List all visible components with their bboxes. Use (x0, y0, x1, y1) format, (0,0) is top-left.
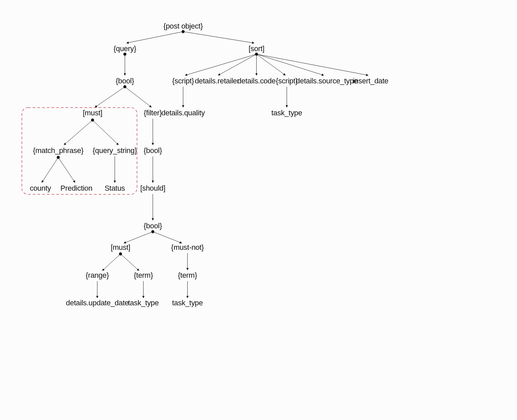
node-term-1: {term} (134, 271, 153, 279)
svg-point-1 (182, 30, 185, 33)
svg-text:details.retailer: details.retailer (195, 77, 239, 85)
node-filter: {filter} (144, 109, 162, 117)
svg-text:insert_date: insert_date (353, 77, 388, 85)
node-prediction: Prediction (61, 184, 93, 192)
node-bool-1: {bool} (116, 77, 134, 88)
edge (58, 157, 75, 183)
edge (64, 120, 93, 145)
node-task-type-c: task_type (271, 109, 302, 117)
svg-text:{query_string}: {query_string} (93, 146, 137, 155)
edge (120, 254, 139, 271)
node-update-date: details.update_date (66, 299, 129, 307)
svg-text:{query}: {query} (113, 44, 136, 53)
node-task-type-a: task_type (128, 299, 159, 307)
edge (256, 54, 324, 75)
edge (125, 87, 151, 107)
edge (93, 120, 118, 145)
node-retailer: details.retailer (195, 77, 239, 85)
svg-text:{term}: {term} (178, 271, 197, 279)
svg-text:{bool}: {bool} (144, 222, 162, 230)
edge (127, 32, 183, 43)
edge (183, 32, 254, 43)
edge (42, 157, 58, 183)
svg-text:{bool}: {bool} (144, 146, 162, 155)
svg-text:{bool}: {bool} (116, 77, 134, 85)
svg-text:task_type: task_type (128, 299, 159, 307)
svg-text:{range}: {range} (86, 271, 109, 279)
svg-point-12 (57, 156, 60, 159)
node-sort: [sort] (248, 44, 264, 56)
edge (124, 232, 153, 243)
edge (256, 54, 368, 75)
node-quality: details.quality (162, 109, 205, 117)
svg-text:{must-not}: {must-not} (171, 243, 204, 252)
node-county: county (30, 184, 51, 192)
svg-text:Status: Status (105, 184, 125, 192)
node-bool-3: {bool} (144, 222, 162, 233)
svg-text:{match_phrase}: {match_phrase} (33, 146, 83, 155)
node-insert-date: insert_date (353, 77, 388, 85)
edge (185, 54, 256, 75)
node-bool-2: {bool} (144, 146, 162, 155)
node-should: [should] (140, 184, 166, 192)
svg-point-5 (255, 53, 258, 56)
svg-point-22 (119, 253, 122, 256)
edge (218, 54, 256, 75)
svg-text:Prediction: Prediction (61, 184, 93, 192)
svg-point-20 (151, 230, 154, 233)
node-code: details.code (237, 77, 276, 85)
edge (256, 54, 285, 75)
svg-text:[must]: [must] (83, 109, 102, 117)
node-task-type-b: task_type (172, 299, 203, 307)
node-status: Status (105, 184, 125, 192)
node-must-not: {must-not} (171, 243, 204, 252)
node-must-1: [must] (83, 109, 102, 122)
node-range: {range} (86, 271, 109, 279)
svg-text:[should]: [should] (140, 184, 166, 192)
node-query: {query} (113, 44, 136, 56)
edge (102, 254, 120, 271)
node-match-phrase: {match_phrase} (33, 146, 83, 159)
svg-text:{term}: {term} (134, 271, 153, 279)
svg-text:task_type: task_type (271, 109, 302, 117)
svg-text:details.code: details.code (237, 77, 276, 85)
svg-text:{script}: {script} (276, 77, 298, 85)
edge (95, 87, 125, 107)
node-script-2: {script} (276, 77, 298, 85)
svg-point-7 (124, 85, 127, 88)
svg-text:{filter}: {filter} (144, 109, 162, 117)
node-must-2: [must] (111, 243, 130, 256)
svg-text:details.source_type: details.source_type (296, 77, 358, 85)
node-post-object: {post object} (163, 22, 203, 33)
svg-text:[sort]: [sort] (248, 44, 264, 53)
node-source-type: details.source_type (296, 77, 358, 85)
svg-text:details.update_date: details.update_date (66, 299, 129, 307)
svg-point-9 (91, 119, 94, 122)
edge (153, 232, 182, 243)
svg-text:county: county (30, 184, 51, 192)
tree-diagram: {post object} {query} [sort] {bool} [mus… (0, 0, 517, 420)
node-term-2: {term} (178, 271, 197, 279)
svg-text:{script}: {script} (172, 77, 194, 85)
node-query-string: {query_string} (93, 146, 137, 155)
svg-point-3 (124, 53, 127, 56)
svg-text:[must]: [must] (111, 243, 130, 252)
svg-text:details.quality: details.quality (162, 109, 205, 117)
svg-text:{post object}: {post object} (163, 22, 203, 30)
node-script-1: {script} (172, 77, 194, 85)
svg-text:task_type: task_type (172, 299, 203, 307)
